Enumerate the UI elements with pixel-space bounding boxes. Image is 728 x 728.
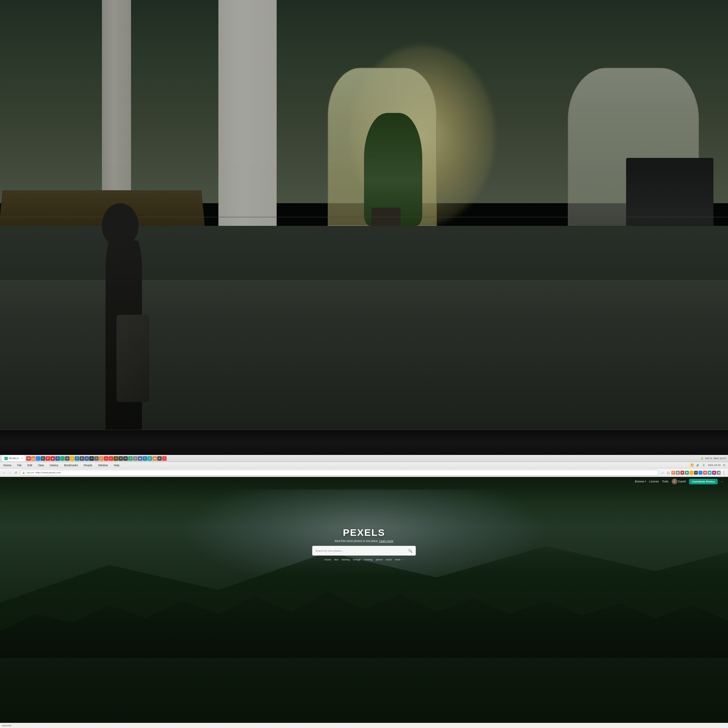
person-backpack (116, 315, 149, 349)
person-silhouette (87, 203, 160, 349)
overlay-darken (0, 0, 349, 280)
office-background (0, 0, 349, 349)
